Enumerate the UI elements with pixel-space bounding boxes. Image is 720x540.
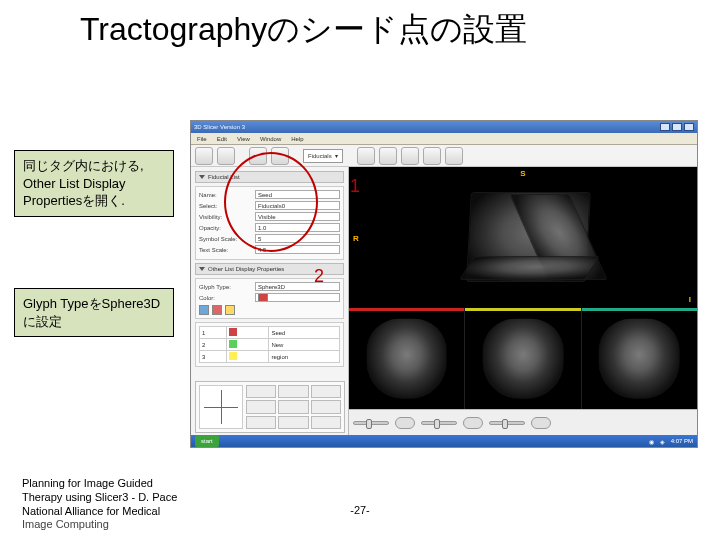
credit-line: Therapy using Slicer3 - D. Pace <box>22 491 252 505</box>
name-input[interactable]: Seed <box>255 190 340 199</box>
module-selector[interactable]: Fiducials ▾ <box>303 149 343 163</box>
dir-button[interactable] <box>278 400 308 413</box>
slice-slider-sagittal[interactable] <box>421 421 457 425</box>
menu-file[interactable]: File <box>197 136 207 142</box>
opacity-input[interactable]: 1.0 <box>255 223 340 232</box>
tray-icon[interactable]: ◈ <box>660 438 665 445</box>
footer-credit: Planning for Image Guided Therapy using … <box>22 477 252 532</box>
maximize-button[interactable] <box>672 123 682 131</box>
credit-line: Planning for Image Guided <box>22 477 252 491</box>
visibility-label: Visibility: <box>199 214 255 220</box>
name-label: Name: <box>199 192 255 198</box>
axis-s-label: S <box>520 169 525 178</box>
toolbar-layout-icon[interactable] <box>357 147 375 165</box>
fiducial-list-header[interactable]: Fiducial List <box>195 171 344 183</box>
glyph-type-label: Glyph Type: <box>199 284 255 290</box>
text-scale-input[interactable]: 4.5 <box>255 245 340 254</box>
view-direction-grid <box>246 385 341 429</box>
3d-view[interactable]: S R I <box>349 167 697 308</box>
menu-bar: File Edit View Window Help <box>191 133 697 145</box>
color-swatch <box>258 293 268 302</box>
slide-title: Tractographyのシード点の設置 <box>80 8 700 52</box>
preset-color-3[interactable] <box>225 305 235 315</box>
window-titlebar[interactable]: 3D Slicer Version 3 <box>191 121 697 133</box>
os-taskbar: start ◉ ◈ 4:07 PM <box>191 435 697 447</box>
manipulate-slice-panel <box>195 381 345 433</box>
sagittal-slice-view[interactable] <box>465 308 580 409</box>
close-button[interactable] <box>684 123 694 131</box>
chevron-down-icon <box>199 267 205 271</box>
minimize-button[interactable] <box>660 123 670 131</box>
row-label: region <box>269 351 340 363</box>
link-toggle-1[interactable] <box>395 417 415 429</box>
toolbar-home-icon[interactable] <box>249 147 267 165</box>
taskbar-clock: 4:07 PM <box>671 438 693 444</box>
page-number: -27- <box>350 504 370 516</box>
table-row[interactable]: 3 region <box>200 351 340 363</box>
axis-r-label: R <box>353 233 359 242</box>
link-toggle-2[interactable] <box>463 417 483 429</box>
chevron-down-icon <box>199 175 205 179</box>
chevron-down-icon: ▾ <box>335 152 338 159</box>
annotation-note-2: Glyph TypeをSphere3Dに設定 <box>14 288 174 337</box>
menu-view[interactable]: View <box>237 136 250 142</box>
slice-controls <box>349 409 697 435</box>
other-display-properties-label: Other List Display Properties <box>208 266 284 272</box>
toolbar-settings-icon[interactable] <box>445 147 463 165</box>
start-button[interactable]: start <box>195 435 219 447</box>
credit-line: National Alliance for Medical <box>22 505 252 519</box>
link-toggle-3[interactable] <box>531 417 551 429</box>
dir-button[interactable] <box>246 385 276 398</box>
toolbar-save-icon[interactable] <box>217 147 235 165</box>
table-row[interactable]: 2 New <box>200 339 340 351</box>
color-label: Color: <box>199 295 255 301</box>
orientation-axes-icon[interactable] <box>199 385 243 429</box>
row-swatch <box>229 328 237 336</box>
dir-button[interactable] <box>246 400 276 413</box>
preset-color-2[interactable] <box>212 305 222 315</box>
fiducial-table: 1 Seed 2 New 3 region <box>195 322 344 367</box>
dir-button[interactable] <box>278 416 308 429</box>
menu-edit[interactable]: Edit <box>217 136 227 142</box>
toolbar-load-icon[interactable] <box>195 147 213 165</box>
row-label: New <box>269 339 340 351</box>
toolbar-crosshair-icon[interactable] <box>401 147 419 165</box>
dir-button[interactable] <box>278 385 308 398</box>
toolbar-rotate-icon[interactable] <box>423 147 441 165</box>
slice-slider-coronal[interactable] <box>489 421 525 425</box>
dir-button[interactable] <box>246 416 276 429</box>
menu-window[interactable]: Window <box>260 136 281 142</box>
visibility-input[interactable]: Visible <box>255 212 340 221</box>
row-index: 1 <box>200 327 227 339</box>
annotation-note-1: 同じタグ内における, Other List Display Properties… <box>14 150 174 217</box>
callout-number-2: 2 <box>314 266 324 287</box>
toolbar-back-icon[interactable] <box>271 147 289 165</box>
view-area: S R I <box>349 167 697 435</box>
symbol-scale-input[interactable]: 5 <box>255 234 340 243</box>
dir-button[interactable] <box>311 400 341 413</box>
dir-button[interactable] <box>311 416 341 429</box>
module-selector-value: Fiducials <box>308 153 332 159</box>
row-swatch <box>229 340 237 348</box>
text-scale-label: Text Scale: <box>199 247 255 253</box>
slice-slider-axial[interactable] <box>353 421 389 425</box>
callout-number-1: 1 <box>350 176 360 197</box>
toolbar-screenshot-icon[interactable] <box>379 147 397 165</box>
dir-button[interactable] <box>311 385 341 398</box>
coronal-slice-view[interactable] <box>582 308 697 409</box>
axis-i-label: I <box>689 295 691 304</box>
fiducial-list-header-label: Fiducial List <box>208 174 240 180</box>
table-row[interactable]: 1 Seed <box>200 327 340 339</box>
app-screenshot: 3D Slicer Version 3 File Edit View Windo… <box>190 120 698 448</box>
window-title: 3D Slicer Version 3 <box>194 124 245 130</box>
credit-line: Image Computing <box>22 518 252 532</box>
glyph-type-select[interactable]: Sphere3D <box>255 282 340 291</box>
color-input[interactable] <box>255 293 340 302</box>
row-label: Seed <box>269 327 340 339</box>
axial-slice-view[interactable] <box>349 308 464 409</box>
row-index: 2 <box>200 339 227 351</box>
tray-icon[interactable]: ◉ <box>649 438 654 445</box>
select-input[interactable]: Fiducials0 <box>255 201 340 210</box>
menu-help[interactable]: Help <box>291 136 303 142</box>
preset-color-1[interactable] <box>199 305 209 315</box>
